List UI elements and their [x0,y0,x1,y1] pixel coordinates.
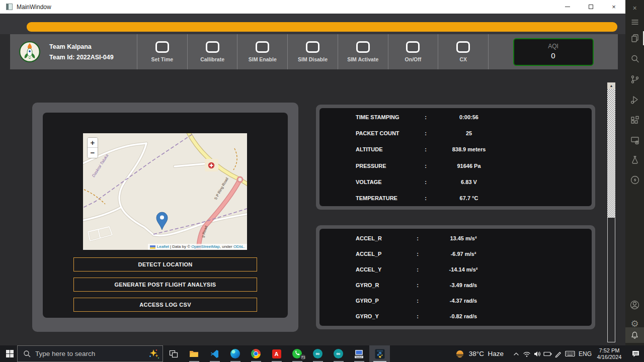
maximize-button[interactable] [579,0,602,14]
team-name: Team Kalpana [49,43,114,50]
whatsapp-button[interactable]: 71 [287,345,307,362]
vscode-button[interactable] [204,345,225,362]
sim-enable-checkbox[interactable] [256,41,269,53]
clock-time: 7:52 PM [594,347,625,354]
windows-taskbar: A 71 ∞ ∞ [0,345,644,362]
search-input[interactable] [35,350,136,357]
telemetry-value: 67.7 °C [431,195,507,201]
edge-icon [230,349,240,358]
zoom-out-button[interactable]: − [88,148,98,158]
colon: : [420,146,431,152]
testing-button[interactable] [625,153,644,167]
callibrate-label: Callibrate [200,56,224,62]
task-view-button[interactable] [163,345,184,362]
source-control-button[interactable] [625,72,644,86]
battery-tray-button[interactable] [542,345,553,362]
menu-button[interactable] [625,15,644,29]
osm-link[interactable]: OpenStreetMap [191,244,219,250]
hamburger-icon [630,18,639,27]
action-center-button[interactable] [627,345,644,362]
volume-tray-button[interactable] [532,345,542,362]
telemetry-row: TIME STAMPING:0:00:56 [319,109,592,125]
lightning-circle-icon [630,175,640,185]
beaker-icon [630,155,640,165]
aqi-label: AQI [514,43,593,50]
arduino-2-button[interactable]: ∞ [328,345,349,362]
arduino-button[interactable]: ∞ [307,345,328,362]
search-button[interactable] [625,52,644,66]
windows-ink-button[interactable] [553,345,564,362]
zoom-in-button[interactable]: + [88,138,98,148]
taskbar-clock[interactable]: 7:52 PM 4/16/2024 [594,347,625,360]
weather-widget[interactable]: 38°C Haze [455,349,504,359]
toolbar-item-sim-activate: SIM Activate [338,34,388,69]
aqi-value: 0 [514,51,593,60]
account-button[interactable] [625,298,644,312]
imu-value: 13.45 m/s² [423,235,504,241]
colon: : [412,298,423,304]
minimize-button[interactable] [556,0,579,14]
arduino-icon: ∞ [313,349,323,358]
imu-row: GYRO_P:-4.37 rad/s [319,293,592,308]
file-explorer-button[interactable] [184,345,204,362]
battery-icon [543,351,552,357]
cx-checkbox[interactable] [456,41,470,53]
start-button[interactable] [2,345,17,362]
imu-value: -0.82 rad/s [423,313,504,319]
search-icon [630,54,640,64]
remote-desktop-button[interactable] [349,345,369,362]
sim-disable-checkbox[interactable] [306,41,319,53]
acrobat-button[interactable]: A [266,345,287,362]
telemetry-row: TEMPERATURE:67.7 °C [319,190,592,206]
access-log-csv-button[interactable]: ACCESS LOG CSV [73,298,257,312]
set-time-label: Set Time [151,56,174,62]
generate-post-flight-analysis-button[interactable]: GENERATE POST FLIGHT ANALYSIS [73,278,257,292]
language-indicator[interactable]: ENG [577,350,594,357]
arduino-icon: ∞ [334,349,343,358]
show-hidden-icons-button[interactable] [511,345,521,362]
odbl-link[interactable]: ODbL. [233,244,245,250]
remote-explorer-button[interactable] [625,133,644,147]
sim-activate-checkbox[interactable] [356,41,370,53]
set-time-checkbox[interactable] [155,41,169,53]
on-off-checkbox[interactable] [406,41,420,53]
screen: MainWindow × × [0,0,644,362]
run-debug-button[interactable] [625,93,644,107]
leaflet-link[interactable]: Leaflet [157,244,169,250]
map-roundabout [237,177,243,182]
telemetry-row: PACKET COUNT:25 [319,125,592,141]
close-icon: × [612,3,616,11]
scrollbar-track[interactable] [607,89,615,217]
colon: : [420,130,431,136]
edge-button[interactable] [225,345,246,362]
acrobat-icon: A [272,349,281,358]
scrollbar-up-button[interactable]: ▲ [607,82,615,89]
extensions-button[interactable] [625,113,644,127]
leaflet-map[interactable]: Daskroi Taluka S P Ring Road g Road + − … [83,133,247,250]
wifi-tray-button[interactable] [521,345,532,362]
chrome-button[interactable] [246,345,266,362]
search-highlights-sparkle-icon [148,348,159,359]
callibrate-checkbox[interactable] [206,41,219,53]
ukraine-flag-icon [150,245,155,249]
detect-location-button[interactable]: DETECT LOCATION [73,257,257,272]
team-logo [19,41,40,62]
window-title: MainWindow [17,4,51,11]
power-tools-button[interactable] [625,173,644,187]
file-explorer-icon [189,349,199,358]
on-off-label: On/Off [405,56,422,62]
scrollbar-thumb[interactable] [607,217,615,342]
notifications-button[interactable] [625,328,644,342]
up-arrow-icon: ▲ [610,84,613,87]
ground-station-app-button[interactable] [369,345,390,362]
touch-keyboard-button[interactable] [564,345,577,362]
imu-value: -4.37 rad/s [423,298,504,304]
app-window-icon [6,4,13,10]
search-icon [23,350,31,357]
wifi-icon [523,350,531,357]
taskbar-search[interactable] [17,345,163,362]
pages-button[interactable] [625,31,644,45]
colon: : [412,251,423,257]
panel-close-button[interactable]: × [625,1,644,15]
close-button[interactable]: × [602,0,625,14]
